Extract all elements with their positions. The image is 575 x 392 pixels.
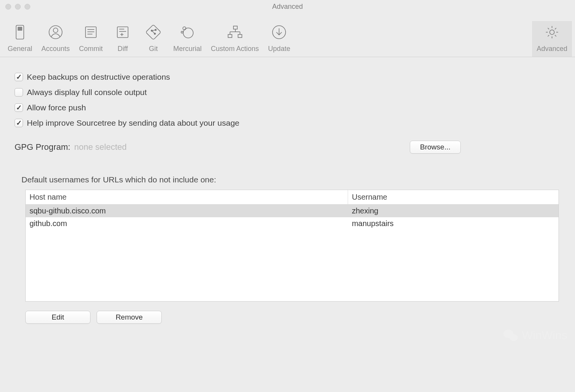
titlebar: Advanced xyxy=(0,0,575,13)
custom-actions-icon xyxy=(227,24,243,40)
svg-rect-1 xyxy=(18,27,22,31)
tab-accounts[interactable]: Accounts xyxy=(37,21,74,57)
default-usernames-table[interactable]: Host name Username sqbu-github.cisco.com… xyxy=(25,190,559,302)
commit-icon xyxy=(84,24,98,40)
svg-rect-22 xyxy=(233,26,237,29)
checkbox[interactable] xyxy=(15,119,23,127)
tab-custom-actions[interactable]: Custom Actions xyxy=(206,21,263,57)
cell-host: github.com xyxy=(26,217,348,230)
tab-update[interactable]: Update xyxy=(263,21,295,57)
cell-user: manupstairs xyxy=(348,217,559,230)
tab-commit[interactable]: Commit xyxy=(74,21,107,57)
browse-button[interactable]: Browse... xyxy=(410,141,461,154)
mercurial-icon xyxy=(180,24,195,40)
tab-label: Mercurial xyxy=(173,45,202,53)
table-row[interactable]: sqbu-github.cisco.com zhexing xyxy=(26,205,559,217)
window-controls xyxy=(5,4,30,10)
window-title: Advanced xyxy=(0,3,575,11)
checkbox[interactable] xyxy=(15,103,23,112)
default-usernames-label: Default usernames for URLs which do not … xyxy=(21,175,560,184)
tab-label: Diff xyxy=(118,45,128,53)
gear-icon xyxy=(544,24,560,40)
gpg-label: GPG Program: xyxy=(15,142,70,152)
update-icon xyxy=(271,24,287,40)
accounts-icon xyxy=(48,24,63,40)
tab-diff[interactable]: Diff xyxy=(107,21,138,57)
gpg-program-row: GPG Program: none selected Browse... xyxy=(15,141,560,154)
svg-point-2 xyxy=(49,26,62,39)
cell-user: zhexing xyxy=(348,205,559,217)
column-header-host[interactable]: Host name xyxy=(26,190,348,204)
watermark-text: WinWins xyxy=(522,329,567,342)
general-icon xyxy=(14,24,26,40)
checkbox-label: Help improve Sourcetree by sending data … xyxy=(27,118,240,128)
checkbox-label: Always display full console output xyxy=(27,88,147,97)
preferences-toolbar: General Accounts Commit Diff Git xyxy=(0,13,575,57)
option-allow-force-push[interactable]: Allow force push xyxy=(15,103,560,112)
table-actions: Edit Remove xyxy=(25,311,560,324)
tab-label: Update xyxy=(268,45,290,53)
svg-line-17 xyxy=(152,31,154,33)
checkbox-label: Allow force push xyxy=(27,103,86,112)
checkbox[interactable] xyxy=(15,88,23,97)
advanced-pane: Keep backups on destructive operations A… xyxy=(0,57,575,335)
tab-label: Commit xyxy=(79,45,103,53)
option-full-console[interactable]: Always display full console output xyxy=(15,88,560,97)
checkbox[interactable] xyxy=(15,73,23,81)
tab-mercurial[interactable]: Mercurial xyxy=(169,21,206,57)
table-body: sqbu-github.cisco.com zhexing github.com… xyxy=(26,205,559,230)
tab-label: Git xyxy=(149,45,158,53)
svg-rect-23 xyxy=(228,34,232,38)
wechat-icon xyxy=(503,328,518,342)
table-row[interactable]: github.com manupstairs xyxy=(26,217,559,230)
git-icon xyxy=(146,24,161,40)
tab-git[interactable]: Git xyxy=(138,21,169,57)
svg-line-18 xyxy=(153,30,155,31)
cell-host: sqbu-github.cisco.com xyxy=(26,205,348,217)
minimize-window-button[interactable] xyxy=(15,4,21,10)
svg-point-21 xyxy=(181,31,183,33)
svg-rect-4 xyxy=(85,27,96,38)
tab-label: Custom Actions xyxy=(211,45,259,53)
table-header: Host name Username xyxy=(26,190,559,205)
watermark: WinWins xyxy=(503,328,567,342)
tab-label: Advanced xyxy=(537,45,567,53)
svg-point-3 xyxy=(53,28,58,33)
svg-point-33 xyxy=(509,334,518,341)
svg-rect-24 xyxy=(238,34,242,38)
gpg-value: none selected xyxy=(74,142,409,152)
tab-label: General xyxy=(8,45,32,53)
tab-label: Accounts xyxy=(41,45,70,53)
svg-rect-8 xyxy=(117,27,128,38)
option-help-improve[interactable]: Help improve Sourcetree by sending data … xyxy=(15,118,560,128)
edit-button[interactable]: Edit xyxy=(25,311,90,324)
diff-icon xyxy=(116,24,130,40)
option-keep-backups[interactable]: Keep backups on destructive operations xyxy=(15,72,560,82)
zoom-window-button[interactable] xyxy=(25,4,30,10)
svg-point-31 xyxy=(550,30,554,34)
checkbox-label: Keep backups on destructive operations xyxy=(27,72,170,82)
tab-general[interactable]: General xyxy=(3,21,37,57)
tab-advanced[interactable]: Advanced xyxy=(532,21,572,57)
close-window-button[interactable] xyxy=(5,4,11,10)
column-header-username[interactable]: Username xyxy=(348,190,559,204)
svg-point-19 xyxy=(183,28,193,38)
remove-button[interactable]: Remove xyxy=(97,311,162,324)
